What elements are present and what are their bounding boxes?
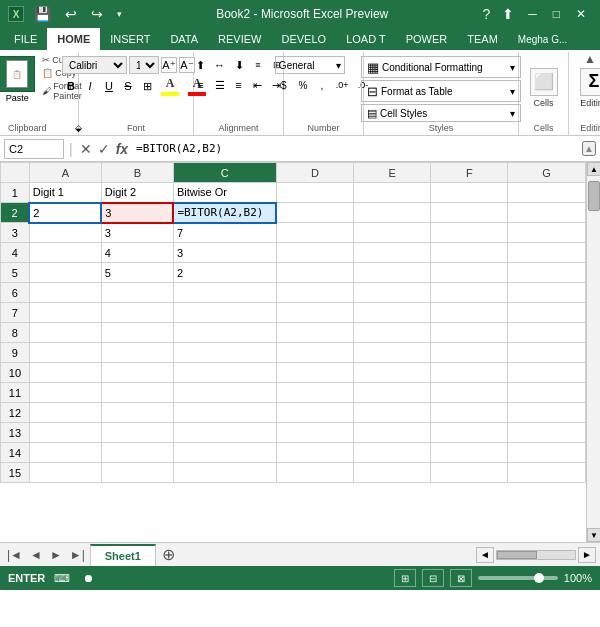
cell-f3[interactable]: [431, 223, 508, 243]
cell-b2[interactable]: 3: [101, 203, 173, 223]
tab-power[interactable]: POWER: [396, 28, 458, 50]
cell-c1[interactable]: Bitwise Or: [173, 183, 276, 203]
undo-more-button[interactable]: ▾: [113, 7, 126, 21]
italic-button[interactable]: I: [81, 77, 99, 95]
zoom-slider[interactable]: [478, 576, 558, 580]
tab-data[interactable]: DATA: [160, 28, 208, 50]
currency-button[interactable]: $: [275, 76, 293, 94]
col-header-f[interactable]: F: [431, 163, 508, 183]
scroll-thumb[interactable]: [588, 181, 600, 211]
cell-a3[interactable]: [29, 223, 101, 243]
cell-a2[interactable]: 2: [29, 203, 101, 223]
cell-b4[interactable]: 4: [101, 243, 173, 263]
fill-color-button[interactable]: A: [157, 77, 183, 95]
cell-d3[interactable]: [276, 223, 353, 243]
align-middle-button[interactable]: ↔: [210, 56, 229, 74]
font-name-select[interactable]: Calibri: [62, 56, 127, 74]
cell-g2[interactable]: [508, 203, 585, 223]
tab-develo[interactable]: DEVELO: [272, 28, 337, 50]
sheet-nav-first[interactable]: |◄: [4, 548, 25, 562]
tab-insert[interactable]: INSERT: [100, 28, 160, 50]
cell-f4[interactable]: [431, 243, 508, 263]
quick-save-button[interactable]: 💾: [30, 4, 55, 24]
format-as-table-button[interactable]: ⊟ Format as Table ▾: [361, 80, 521, 102]
add-sheet-button[interactable]: ⊕: [158, 545, 179, 564]
comma-button[interactable]: ,: [313, 76, 331, 94]
align-top-button[interactable]: ⬆: [191, 56, 209, 74]
cell-a4[interactable]: [29, 243, 101, 263]
font-size-increase-button[interactable]: A⁺: [161, 57, 177, 73]
decimal-increase-button[interactable]: .0+: [332, 76, 353, 94]
cell-g3[interactable]: [508, 223, 585, 243]
h-scroll-thumb[interactable]: [497, 551, 537, 559]
col-header-a[interactable]: A: [29, 163, 101, 183]
cell-b3[interactable]: 3: [101, 223, 173, 243]
name-box[interactable]: [4, 139, 64, 159]
col-header-d[interactable]: D: [276, 163, 353, 183]
borders-button[interactable]: ⊞: [138, 77, 156, 95]
col-header-b[interactable]: B: [101, 163, 173, 183]
zoom-slider-thumb[interactable]: [534, 573, 544, 583]
enter-button[interactable]: ✓: [96, 141, 112, 157]
cell-b5[interactable]: 5: [101, 263, 173, 283]
cell-e4[interactable]: [353, 243, 430, 263]
cell-e3[interactable]: [353, 223, 430, 243]
cell-d2[interactable]: [276, 203, 353, 223]
wrap-text-button[interactable]: ≡: [249, 56, 267, 74]
cell-f2[interactable]: [431, 203, 508, 223]
cell-a1[interactable]: Digit 1: [29, 183, 101, 203]
h-scroll-track[interactable]: [496, 550, 576, 560]
editing-button[interactable]: Σ Editing: [574, 58, 600, 118]
scroll-down-button[interactable]: ▼: [587, 528, 600, 542]
page-layout-button[interactable]: ⊟: [422, 569, 444, 587]
col-header-e[interactable]: E: [353, 163, 430, 183]
cell-c3[interactable]: 7: [173, 223, 276, 243]
sheet-nav-prev[interactable]: ◄: [27, 548, 45, 562]
cell-g5[interactable]: [508, 263, 585, 283]
conditional-formatting-button[interactable]: ▦ Conditional Formatting ▾: [361, 56, 521, 78]
undo-button[interactable]: ↩: [61, 4, 81, 24]
tab-loadt[interactable]: LOAD T: [336, 28, 396, 50]
function-button[interactable]: fx: [114, 141, 130, 157]
cell-f5[interactable]: [431, 263, 508, 283]
cell-f1[interactable]: [431, 183, 508, 203]
cancel-button[interactable]: ✕: [78, 141, 94, 157]
ribbon-toggle-button[interactable]: ⬆: [498, 4, 518, 24]
bold-button[interactable]: B: [62, 77, 80, 95]
sheet-nav-last[interactable]: ►|: [67, 548, 88, 562]
tab-file[interactable]: FILE: [4, 28, 47, 50]
align-bottom-button[interactable]: ⬇: [230, 56, 248, 74]
decrease-indent-button[interactable]: ⇤: [249, 76, 267, 94]
font-size-select[interactable]: 11: [129, 56, 159, 74]
cell-e1[interactable]: [353, 183, 430, 203]
tab-user[interactable]: Megha G...: [508, 28, 577, 50]
normal-view-button[interactable]: ⊞: [394, 569, 416, 587]
col-header-c[interactable]: C: [173, 163, 276, 183]
redo-button[interactable]: ↪: [87, 4, 107, 24]
cell-e2[interactable]: [353, 203, 430, 223]
align-center-button[interactable]: ☰: [211, 76, 229, 94]
tab-review[interactable]: REVIEW: [208, 28, 271, 50]
cells-button[interactable]: ⬜ Cells: [524, 58, 564, 118]
status-icon-macro[interactable]: ⏺: [79, 569, 97, 587]
cell-d1[interactable]: [276, 183, 353, 203]
align-right-button[interactable]: ≡: [230, 76, 248, 94]
h-scroll-left[interactable]: ◄: [476, 547, 494, 563]
number-format-selector[interactable]: General ▾: [275, 56, 345, 74]
cell-styles-button[interactable]: ▤ Cell Styles ▾: [361, 104, 521, 122]
cell-g4[interactable]: [508, 243, 585, 263]
close-button[interactable]: ✕: [570, 5, 592, 23]
h-scroll-right[interactable]: ►: [578, 547, 596, 563]
col-header-g[interactable]: G: [508, 163, 585, 183]
align-left-button[interactable]: ≡: [192, 76, 210, 94]
help-button[interactable]: ?: [478, 4, 494, 24]
formula-expand-button[interactable]: ▲: [582, 141, 596, 156]
cell-a5[interactable]: [29, 263, 101, 283]
cell-b1[interactable]: Digit 2: [101, 183, 173, 203]
scroll-up-button[interactable]: ▲: [587, 162, 600, 176]
tab-team[interactable]: TEAM: [457, 28, 508, 50]
status-icon-keyboard[interactable]: ⌨: [53, 569, 71, 587]
page-break-button[interactable]: ⊠: [450, 569, 472, 587]
cell-d4[interactable]: [276, 243, 353, 263]
cell-d5[interactable]: [276, 263, 353, 283]
